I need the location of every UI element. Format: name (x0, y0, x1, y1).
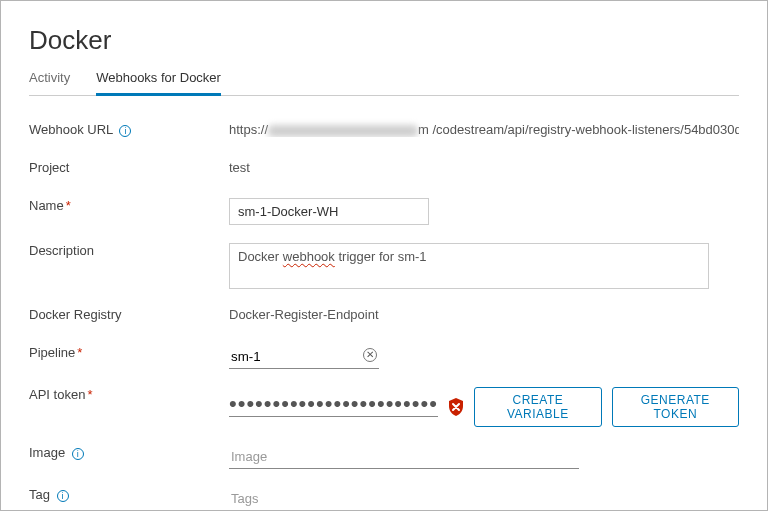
row-tag: Tag i (29, 483, 739, 511)
generate-token-button[interactable]: GENERATE TOKEN (612, 387, 739, 427)
label-image-text: Image (29, 445, 65, 460)
tab-webhooks-for-docker[interactable]: Webhooks for Docker (96, 70, 221, 96)
tag-input[interactable] (229, 487, 579, 511)
label-name-text: Name (29, 198, 64, 213)
required-asterisk: * (87, 387, 92, 402)
required-asterisk: * (77, 345, 82, 360)
info-icon[interactable]: i (72, 448, 84, 460)
row-project: Project test (29, 156, 739, 180)
name-input[interactable] (229, 198, 429, 225)
clear-icon[interactable]: ✕ (363, 348, 377, 362)
page-title: Docker (29, 25, 739, 56)
page-frame: Docker Activity Webhooks for Docker Webh… (0, 0, 768, 511)
label-webhook-url: Webhook URL i (29, 118, 229, 137)
row-docker-registry: Docker Registry Docker-Register-Endpoint (29, 303, 739, 327)
label-docker-registry: Docker Registry (29, 303, 229, 322)
api-token-input[interactable]: •••••••••••••••••••••••••• (229, 397, 438, 417)
label-api-token-text: API token (29, 387, 85, 402)
label-api-token: API token* (29, 383, 229, 402)
row-name: Name* (29, 194, 739, 225)
label-webhook-url-text: Webhook URL (29, 122, 113, 137)
image-input[interactable] (229, 445, 579, 469)
info-icon[interactable]: i (119, 125, 131, 137)
create-variable-button[interactable]: CREATE VARIABLE (474, 387, 601, 427)
tab-activity[interactable]: Activity (29, 70, 70, 96)
label-pipeline-text: Pipeline (29, 345, 75, 360)
label-tag-text: Tag (29, 487, 50, 502)
webhook-url-prefix: https:// (229, 122, 268, 137)
row-image: Image i (29, 441, 739, 469)
label-pipeline: Pipeline* (29, 341, 229, 360)
description-input[interactable]: Docker webhook trigger for sm-1 (229, 243, 709, 289)
redacted-host (268, 125, 418, 137)
value-webhook-url: https://m /codestream/api/registry-webho… (229, 118, 739, 137)
row-api-token: API token* •••••••••••••••••••••••••• CR… (29, 383, 739, 427)
desc-suffix: trigger for sm-1 (335, 249, 427, 264)
row-webhook-url: Webhook URL i https://m /codestream/api/… (29, 118, 739, 142)
row-description: Description Docker webhook trigger for s… (29, 239, 739, 289)
label-description: Description (29, 239, 229, 258)
pipeline-input[interactable] (229, 345, 379, 369)
label-tag: Tag i (29, 483, 229, 502)
info-icon[interactable]: i (57, 490, 69, 502)
shield-error-icon (448, 398, 464, 416)
label-project: Project (29, 156, 229, 175)
row-pipeline: Pipeline* ✕ (29, 341, 739, 369)
required-asterisk: * (66, 198, 71, 213)
label-name: Name* (29, 194, 229, 213)
webhook-url-suffix: m /codestream/api/registry-webhook-liste… (418, 122, 739, 137)
tabs: Activity Webhooks for Docker (29, 70, 739, 96)
desc-wave: webhook (283, 249, 335, 264)
value-docker-registry: Docker-Register-Endpoint (229, 303, 739, 322)
label-image: Image i (29, 441, 229, 460)
value-project: test (229, 156, 739, 175)
desc-prefix: Docker (238, 249, 283, 264)
